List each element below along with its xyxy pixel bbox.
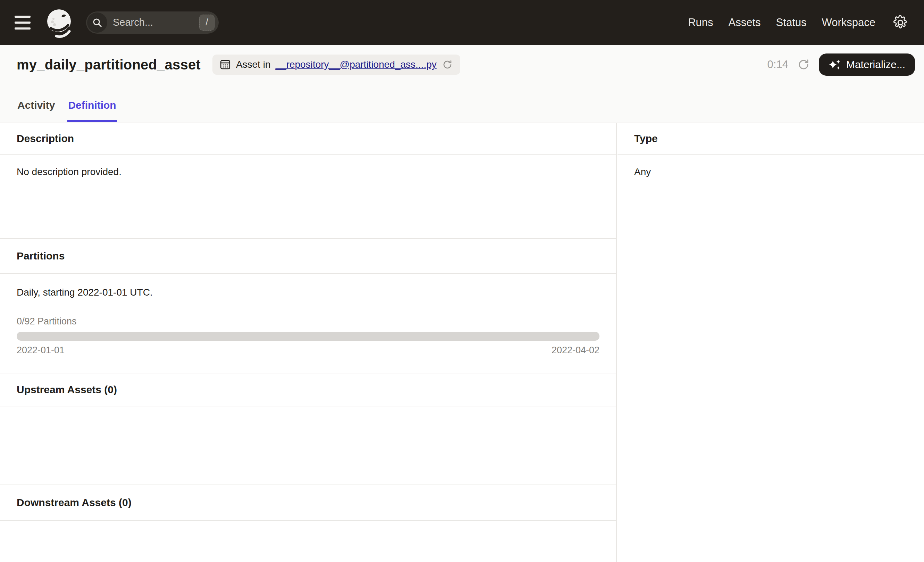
- title-row: my_daily_partitioned_asset Asset in __re…: [16, 53, 460, 77]
- dagster-octopus-icon: [44, 7, 76, 39]
- materialize-button[interactable]: Materialize...: [819, 54, 915, 76]
- partition-range-start: 2022-01-01: [16, 345, 64, 356]
- partitions-section-body: Daily, starting 2022-01-01 UTC. 0/92 Par…: [0, 274, 616, 373]
- partitions-progress-bar: [16, 332, 600, 341]
- search-input[interactable]: [113, 17, 199, 28]
- gear-icon: [893, 15, 908, 30]
- description-section-header: Description: [0, 123, 616, 155]
- header-actions: 0:14 Materialize...: [768, 53, 915, 77]
- reload-repository-button[interactable]: [441, 59, 453, 71]
- type-value: Any: [634, 166, 651, 177]
- dagster-logo[interactable]: [42, 5, 78, 41]
- global-search[interactable]: /: [86, 12, 219, 34]
- tab-definition[interactable]: Definition: [68, 88, 117, 123]
- hamburger-menu-button[interactable]: [15, 12, 35, 33]
- left-column: Description No description provided. Par…: [0, 123, 617, 562]
- tab-activity[interactable]: Activity: [16, 88, 56, 123]
- partitions-summary: Daily, starting 2022-01-01 UTC.: [16, 287, 600, 298]
- upstream-section-header: Upstream Assets (0): [0, 373, 616, 406]
- asset-location-pill: Asset in __repository__@partitioned_ass.…: [212, 54, 460, 75]
- refresh-icon: [797, 59, 810, 71]
- asset-page-header: my_daily_partitioned_asset Asset in __re…: [0, 45, 924, 123]
- nav-item-runs[interactable]: Runs: [688, 17, 713, 29]
- downstream-section-body: [0, 521, 616, 562]
- nav-item-status[interactable]: Status: [776, 17, 807, 29]
- auto-refresh-timer: 0:14: [768, 59, 788, 71]
- partitions-section-header: Partitions: [0, 239, 616, 274]
- nav-item-workspace[interactable]: Workspace: [822, 17, 876, 29]
- asset-pill-prefix: Asset in: [236, 59, 271, 70]
- upstream-title: Upstream Assets (0): [16, 384, 117, 396]
- search-icon: [87, 12, 107, 33]
- materialize-label: Materialize...: [846, 59, 905, 71]
- page-title: my_daily_partitioned_asset: [16, 57, 201, 72]
- description-section-body: No description provided.: [0, 155, 616, 239]
- downstream-section-header: Downstream Assets (0): [0, 485, 616, 521]
- settings-button[interactable]: [891, 13, 910, 32]
- type-section-body: Any: [618, 155, 924, 189]
- topbar: / Runs Assets Status Workspace: [0, 0, 924, 45]
- reload-icon: [442, 59, 453, 70]
- slash-shortcut-badge: /: [199, 15, 214, 30]
- asset-location-link[interactable]: __repository__@partitioned_ass....py: [275, 59, 436, 70]
- type-title: Type: [634, 133, 658, 144]
- partitions-title: Partitions: [16, 250, 64, 262]
- description-text: No description provided.: [16, 166, 122, 177]
- tab-bar: Activity Definition: [16, 88, 117, 123]
- downstream-title: Downstream Assets (0): [16, 497, 132, 508]
- upstream-section-body: [0, 406, 616, 485]
- definition-content: Description No description provided. Par…: [0, 123, 924, 562]
- right-column: Type Any: [618, 123, 924, 562]
- sparkle-icon: [828, 59, 841, 71]
- type-section-header: Type: [618, 123, 924, 155]
- repository-icon: [219, 59, 231, 71]
- refresh-button[interactable]: [796, 57, 811, 72]
- partitions-progress-label: 0/92 Partitions: [16, 316, 600, 327]
- description-title: Description: [16, 133, 74, 144]
- top-navigation: Runs Assets Status Workspace: [688, 13, 924, 32]
- partition-range-row: 2022-01-01 2022-04-02: [16, 345, 600, 356]
- nav-item-assets[interactable]: Assets: [729, 17, 761, 29]
- partition-range-end: 2022-04-02: [552, 345, 600, 356]
